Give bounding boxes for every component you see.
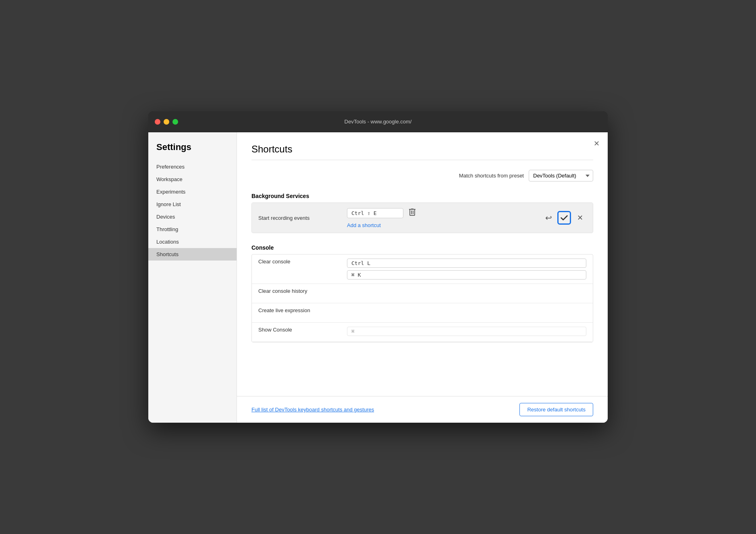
key-badge: ⌘ bbox=[347, 327, 586, 336]
sidebar-item-shortcuts[interactable]: Shortcuts bbox=[148, 248, 237, 261]
footer-link[interactable]: Full list of DevTools keyboard shortcuts… bbox=[251, 407, 374, 413]
sidebar: Settings Preferences Workspace Experimen… bbox=[148, 132, 237, 423]
add-shortcut-link[interactable]: Add a shortcut bbox=[347, 222, 381, 228]
background-services-table: Start recording events bbox=[251, 202, 593, 233]
preset-label: Match shortcuts from preset bbox=[459, 173, 524, 179]
table-row: Start recording events bbox=[252, 203, 593, 233]
maximize-button[interactable] bbox=[172, 119, 178, 125]
close-button[interactable] bbox=[155, 119, 160, 125]
titlebar-title: DevTools - www.google.com/ bbox=[345, 119, 412, 125]
sidebar-item-devices[interactable]: Devices bbox=[148, 211, 237, 223]
shortcut-action-name: Clear console history bbox=[258, 288, 347, 294]
preset-select[interactable]: DevTools (Default) Visual Studio Code bbox=[529, 170, 593, 181]
key-badge: Ctrl L bbox=[347, 259, 586, 268]
background-services-heading: Background Services bbox=[251, 193, 593, 199]
restore-defaults-button[interactable]: Restore default shortcuts bbox=[519, 403, 593, 416]
multi-key: Ctrl L ⌘ K bbox=[347, 259, 586, 280]
table-row: Clear console Ctrl L ⌘ K bbox=[252, 254, 593, 284]
shortcut-action-name: Clear console bbox=[258, 259, 347, 265]
sidebar-item-preferences[interactable]: Preferences bbox=[148, 161, 237, 173]
minimize-button[interactable] bbox=[164, 119, 169, 125]
traffic-lights bbox=[155, 119, 178, 125]
devtools-window: DevTools - www.google.com/ Settings Pref… bbox=[148, 111, 608, 423]
delete-shortcut-button[interactable] bbox=[407, 207, 417, 219]
table-row: Show Console ⌘ bbox=[252, 323, 593, 342]
window-content: Settings Preferences Workspace Experimen… bbox=[148, 132, 608, 423]
shortcut-keys: Add a shortcut bbox=[347, 207, 542, 229]
main-panel: ✕ Shortcuts Match shortcuts from preset … bbox=[237, 132, 608, 396]
panel-close-button[interactable]: ✕ bbox=[592, 139, 601, 148]
shortcut-action-name: Show Console bbox=[258, 327, 347, 333]
confirm-button[interactable] bbox=[557, 211, 571, 225]
shortcut-keys: ⌘ bbox=[347, 327, 586, 336]
table-row: Clear console history bbox=[252, 284, 593, 303]
shortcut-action-name: Start recording events bbox=[258, 215, 347, 221]
add-shortcut-row: Add a shortcut bbox=[347, 221, 542, 229]
sidebar-item-workspace[interactable]: Workspace bbox=[148, 173, 237, 186]
sidebar-item-ignore-list[interactable]: Ignore List bbox=[148, 198, 237, 211]
preset-row: Match shortcuts from preset DevTools (De… bbox=[251, 170, 593, 181]
console-heading: Console bbox=[251, 244, 593, 251]
main-area: ✕ Shortcuts Match shortcuts from preset … bbox=[237, 132, 608, 423]
titlebar: DevTools - www.google.com/ bbox=[148, 111, 608, 132]
table-row: Create live expression bbox=[252, 303, 593, 323]
key-badge: ⌘ K bbox=[347, 270, 586, 280]
sidebar-item-throttling[interactable]: Throttling bbox=[148, 223, 237, 236]
cancel-button[interactable]: ✕ bbox=[573, 211, 586, 224]
key-input[interactable] bbox=[347, 208, 403, 218]
sidebar-item-experiments[interactable]: Experiments bbox=[148, 186, 237, 198]
divider bbox=[251, 160, 593, 160]
undo-button[interactable]: ↩ bbox=[542, 211, 555, 224]
sidebar-item-locations[interactable]: Locations bbox=[148, 236, 237, 248]
shortcut-action-name: Create live expression bbox=[258, 307, 347, 313]
footer: Full list of DevTools keyboard shortcuts… bbox=[237, 396, 608, 423]
console-section: Console Clear console Ctrl L ⌘ K bbox=[251, 244, 593, 342]
shortcut-keys: Ctrl L ⌘ K bbox=[347, 259, 586, 280]
console-table: Clear console Ctrl L ⌘ K bbox=[251, 254, 593, 342]
key-input-row bbox=[347, 207, 542, 219]
sidebar-title: Settings bbox=[148, 142, 237, 161]
panel-title: Shortcuts bbox=[251, 144, 593, 155]
action-icons: ↩ ✕ bbox=[542, 211, 586, 225]
